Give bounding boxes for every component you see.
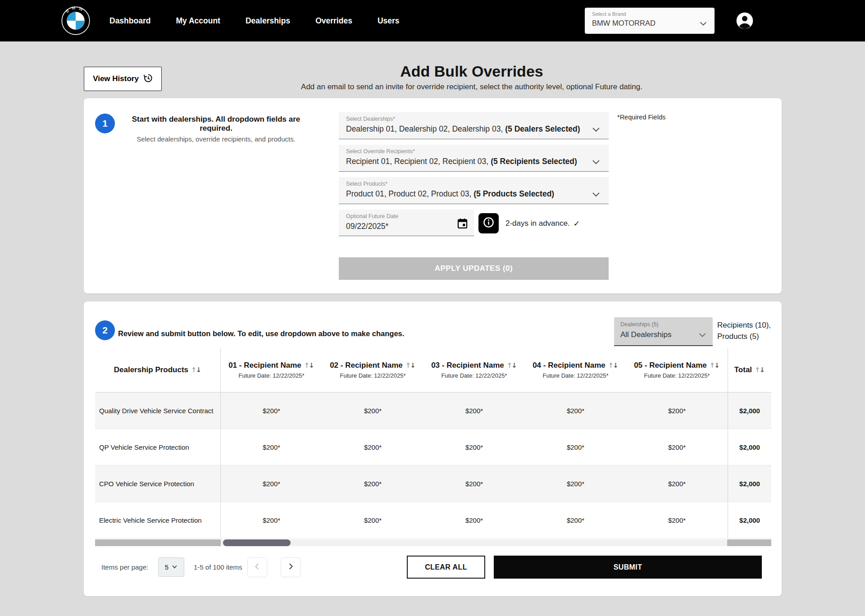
step1-instructions: Start with dealerships. All dropdown fie… [118, 115, 314, 143]
chevron-down-icon [591, 189, 601, 201]
table-row: Quality Drive Vehicle Service Contract $… [95, 392, 771, 429]
items-per-page-select[interactable]: 5 [158, 557, 184, 577]
override-value-cell: $200* [423, 465, 525, 502]
future-date-value: 09/22/2025* [346, 222, 467, 231]
step1-badge: 1 [95, 114, 115, 133]
chevron-down-icon [591, 124, 601, 137]
product-cell: Quality Drive Vehicle Service Contract [95, 392, 221, 429]
page-title: Add Bulk Overrides [162, 63, 782, 79]
nav-item-dashboard[interactable]: Dashboard [109, 16, 150, 26]
future-date-label: Optional Future Date [346, 213, 467, 219]
dealerships-filter-value: All Dealerships [620, 330, 706, 339]
account-icon[interactable] [736, 12, 754, 30]
top-navbar: BMW Dashboard My Account Dealerships Ove… [0, 0, 865, 41]
select-products-label: Select Products* [346, 181, 601, 187]
col-header-recipient-05[interactable]: 05 - Recipient Name↑↓ Future Date: 12/22… [626, 348, 728, 392]
dealerships-filter-dropdown[interactable]: Dealerships (5) All Dealerships [614, 317, 713, 346]
col-header-recipient-03[interactable]: 03 - Recipient Name↑↓ Future Date: 12/22… [423, 348, 525, 392]
override-value-cell: $200* [322, 429, 423, 465]
step2-title: Review and submit button below. To edit,… [118, 329, 404, 338]
nav-item-overrides[interactable]: Overrides [315, 16, 352, 26]
select-products-dropdown[interactable]: Select Products* Product 01, Product 02,… [339, 177, 609, 204]
select-recipients-label: Select Override Recipients* [346, 148, 601, 155]
total-cell: $2,000 [728, 502, 771, 538]
brand-select-dropdown[interactable]: Select a Brand BMW MOTORRAD [585, 8, 715, 34]
total-cell: $2,000 [728, 392, 771, 429]
next-page-button[interactable] [281, 557, 300, 577]
sort-icon: ↑↓ [507, 361, 517, 370]
override-value-cell: $200* [221, 465, 322, 502]
info-icon [483, 216, 495, 230]
step1-title: Start with dealerships. All dropdown fie… [118, 115, 314, 133]
info-tooltip-button[interactable] [478, 213, 499, 233]
table-row: CPO Vehicle Service Protection $200* $20… [95, 465, 771, 502]
table-header-row: Dealership Products↑↓ 01 - Recipient Nam… [95, 348, 771, 392]
chevron-left-icon [253, 562, 261, 572]
previous-page-button[interactable] [247, 557, 267, 577]
view-history-button[interactable]: View History [84, 67, 162, 91]
total-cell: $2,000 [728, 465, 771, 502]
override-value-cell: $200* [322, 465, 423, 502]
apply-updates-button[interactable]: APPLY UPDATES (0) [339, 257, 609, 280]
check-icon: ✓ [574, 219, 580, 228]
future-date-subheader: Future Date: 12/22/2025* [543, 372, 609, 379]
future-date-subheader: Future Date: 12/22/2025* [239, 372, 305, 379]
brand-select-value: BMW MOTORRAD [592, 19, 707, 27]
advance-note: 2-days in advance. ✓ [505, 213, 580, 233]
nav-menu: Dashboard My Account Dealerships Overrid… [109, 16, 400, 26]
table-row: Electric Vehicle Service Protection $200… [95, 502, 771, 538]
sort-icon: ↑↓ [710, 361, 720, 370]
select-recipients-count: (5 Recipients Selected) [491, 157, 577, 166]
pagination-range-label: 1-5 of 100 items [194, 563, 242, 571]
page-header: Add Bulk Overrides Add an email to send … [162, 63, 782, 91]
history-icon [143, 73, 153, 85]
selection-summary: Recipients (10), Products (5) [717, 319, 771, 342]
col-header-recipient-01[interactable]: 01 - Recipient Name↑↓ Future Date: 12/22… [221, 348, 322, 392]
nav-item-my-account[interactable]: My Account [176, 16, 220, 26]
sort-icon: ↑↓ [304, 361, 314, 370]
override-value-cell: $200* [525, 502, 626, 538]
future-date-subheader: Future Date: 12/22/2025* [340, 372, 406, 379]
step1-subtitle: Select dealerships, override recipients,… [118, 135, 314, 143]
dealerships-filter-label: Dealerships (5) [620, 321, 706, 328]
product-cell: QP Vehicle Service Protection [95, 429, 221, 465]
nav-item-users[interactable]: Users [378, 16, 400, 26]
calendar-icon[interactable] [456, 217, 469, 231]
horizontal-scrollbar-track[interactable] [221, 539, 727, 546]
col-header-recipient-02[interactable]: 02 - Recipient Name↑↓ Future Date: 12/22… [322, 348, 423, 392]
sort-icon: ↑↓ [755, 366, 765, 374]
step2-card: 2 Review and submit button below. To edi… [84, 301, 782, 596]
page-subtitle: Add an email to send an invite for overr… [162, 82, 782, 91]
override-value-cell: $200* [626, 429, 728, 465]
override-value-cell: $200* [525, 465, 626, 502]
select-dealerships-dropdown[interactable]: Select Dealerships* Dealership 01, Deale… [339, 112, 609, 139]
overrides-table: Dealership Products↑↓ 01 - Recipient Nam… [95, 348, 771, 538]
items-per-page-value: 5 [165, 563, 168, 571]
sort-icon: ↑↓ [405, 361, 416, 370]
override-value-cell: $200* [626, 392, 728, 429]
step2-badge: 2 [95, 320, 115, 340]
items-per-page-label: Items per page: [101, 563, 148, 571]
override-value-cell: $200* [423, 392, 525, 429]
horizontal-scrollbar-thumb[interactable] [223, 539, 291, 546]
override-value-cell: $200* [221, 502, 322, 538]
col-header-dealership-products[interactable]: Dealership Products↑↓ [95, 348, 221, 392]
scrollbar-corner-right [727, 539, 771, 546]
chevron-down-icon [172, 563, 178, 571]
product-cell: CPO Vehicle Service Protection [95, 465, 221, 502]
submit-button[interactable]: SUBMIT [494, 556, 762, 579]
clear-all-button[interactable]: CLEAR ALL [407, 556, 485, 579]
override-value-cell: $200* [322, 502, 423, 538]
select-recipients-dropdown[interactable]: Select Override Recipients* Recipient 01… [339, 145, 609, 172]
col-header-total[interactable]: Total↑↓ [728, 348, 771, 392]
step1-card: 1 Start with dealerships. All dropdown f… [84, 98, 782, 293]
future-date-subheader: Future Date: 12/22/2025* [442, 372, 507, 379]
future-date-field[interactable]: Optional Future Date 09/22/2025* [339, 210, 474, 236]
override-value-cell: $200* [423, 429, 525, 465]
select-products-value: Product 01, Product 02, Product 03, [346, 189, 471, 198]
nav-item-dealerships[interactable]: Dealerships [246, 16, 290, 26]
bmw-logo: BMW [61, 6, 91, 36]
summary-products: Products (5) [717, 331, 771, 342]
sort-icon: ↑↓ [608, 361, 619, 370]
col-header-recipient-04[interactable]: 04 - Recipient Name↑↓ Future Date: 12/22… [525, 348, 626, 392]
